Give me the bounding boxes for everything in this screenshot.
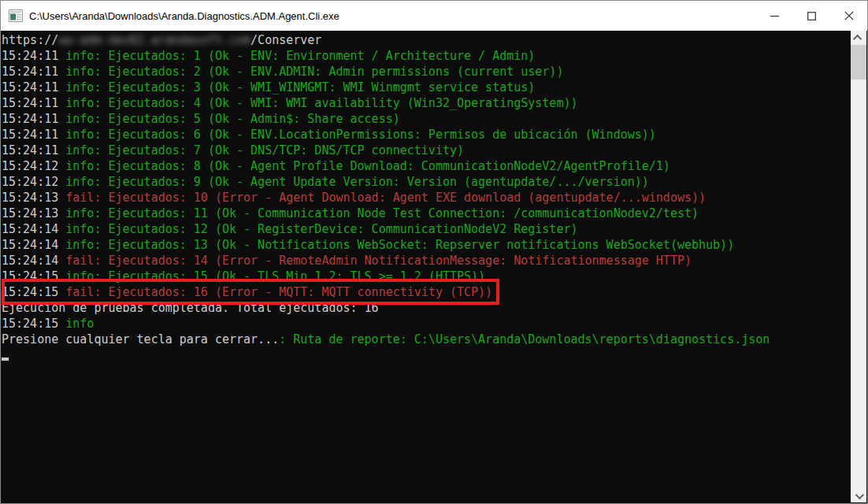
chevron-down-icon xyxy=(855,490,864,498)
chevron-up-icon xyxy=(853,34,862,43)
console-text-segment: info: Ejecutados: 12 (Ok - RegisterDevic… xyxy=(65,222,577,236)
console-text-segment: /Conserver xyxy=(250,33,321,47)
console-text-segment: 15:24:15 xyxy=(2,285,65,299)
maximize-button[interactable] xyxy=(793,1,830,31)
console-line: 15:24:12 info: Ejecutados: 8 (Ok - Agent… xyxy=(2,158,850,174)
console-text-segment: info: Ejecutados: 11 (Ok - Communication… xyxy=(65,206,699,220)
console-text-segment: https:// xyxy=(2,33,58,47)
console-line: Presione cualquier tecla para cerrar...:… xyxy=(2,332,850,347)
console-text-segment: fail: Ejecutados: 16 (Error - MQTT: MQTT… xyxy=(65,285,492,299)
console-line: 15:24:11 info: Ejecutados: 4 (Ok - WMI: … xyxy=(2,95,850,111)
console-line: 15:24:13 info: Ejecutados: 11 (Ok - Comm… xyxy=(2,206,850,221)
console-window: C:\Users\Aranda\Downloads\Aranda.Diagnos… xyxy=(0,0,868,504)
console-text-segment: Ejecución de pruebas completada. Total e… xyxy=(2,301,379,315)
console-line: 15:24:11 info: Ejecutados: 1 (Ok - ENV: … xyxy=(2,48,850,64)
console-text-segment: 15:24:15 xyxy=(2,269,65,284)
console-text-segment: info: Ejecutados: 5 (Ok - Admin$: Share … xyxy=(65,112,399,126)
console-text-segment: info: Ejecutados: 6 (Ok - ENV.LocationPe… xyxy=(65,128,656,142)
console-text-segment: Presione cualquier tecla para cerrar... xyxy=(2,332,279,346)
console-text-segment: info xyxy=(65,317,94,331)
minimize-button[interactable] xyxy=(756,1,793,31)
console-line: 15:24:13 fail: Ejecutados: 10 (Error - A… xyxy=(2,190,850,206)
console-line: 15:24:11 info: Ejecutados: 6 (Ok - ENV.L… xyxy=(2,127,850,143)
close-button[interactable] xyxy=(830,1,867,31)
scroll-up-arrow[interactable] xyxy=(851,31,866,44)
console-line: 15:24:15 info xyxy=(2,316,850,332)
console-cursor xyxy=(2,358,9,361)
scrollbar-thumb[interactable] xyxy=(851,45,866,80)
scroll-down-arrow[interactable] xyxy=(851,489,866,502)
console-line xyxy=(2,358,850,373)
console-text-segment: 15:24:12 xyxy=(2,175,65,189)
console-line: 15:24:14 info: Ejecutados: 12 (Ok - Regi… xyxy=(2,221,850,237)
console-line: 15:24:11 info: Ejecutados: 7 (Ok - DNS/T… xyxy=(2,143,850,158)
console-text-segment: info: Ejecutados: 8 (Ok - Agent Profile … xyxy=(65,159,670,173)
console-text-segment: info: Ejecutados: 3 (Ok - WMI_WINMGMT: W… xyxy=(65,80,535,94)
minimize-icon xyxy=(770,12,779,20)
console-text-segment: 15:24:11 xyxy=(2,96,65,110)
console-app-icon xyxy=(9,9,23,22)
console-line: 15:24:11 info: Ejecutados: 5 (Ok - Admin… xyxy=(2,111,850,127)
console-line: 15:24:14 fail: Ejecutados: 14 (Error - R… xyxy=(2,253,850,269)
console-text-segment: info: Ejecutados: 4 (Ok - WMI: WMI avail… xyxy=(65,96,577,110)
console-text-segment: 15:24:11 xyxy=(2,128,65,142)
console-text-segment: 15:24:12 xyxy=(2,159,65,173)
console-text-segment: info: Ejecutados: 13 (Ok - Notifications… xyxy=(65,238,734,252)
console-text-segment: 15:24:13 xyxy=(2,191,65,205)
console-line: 15:24:12 info: Ejecutados: 9 (Ok - Agent… xyxy=(2,174,850,190)
console-line: https://ww-adm-dev02.arandasoft.com/Cons… xyxy=(2,32,850,48)
window-title: C:\Users\Aranda\Downloads\Aranda.Diagnos… xyxy=(29,10,756,22)
console-text-segment: 15:24:14 xyxy=(2,238,65,252)
console-line: Ejecución de pruebas completada. Total e… xyxy=(2,300,850,316)
console-text-segment: fail: Ejecutados: 10 (Error - Agent Down… xyxy=(65,191,706,205)
console-text-segment: info: Ejecutados: 1 (Ok - ENV: Environme… xyxy=(65,49,535,63)
console-text-segment: 15:24:11 xyxy=(2,80,65,94)
console-line: 15:24:11 info: Ejecutados: 3 (Ok - WMI_W… xyxy=(2,80,850,95)
maximize-icon xyxy=(807,12,816,20)
console-output: https://ww-adm-dev02.arandasoft.com/Cons… xyxy=(2,31,850,502)
console-line: 15:24:15 fail: Ejecutados: 16 (Error - M… xyxy=(2,284,850,300)
console-text-segment: 15:24:14 xyxy=(2,254,65,268)
console-text-segment: info: Ejecutados: 7 (Ok - DNS/TCP: DNS/T… xyxy=(65,143,464,158)
close-icon xyxy=(844,11,854,20)
console-text-segment: 15:24:11 xyxy=(2,65,65,79)
console-text-segment: ww-adm-dev02.arandasoft.com xyxy=(58,33,250,47)
console-text-segment: 15:24:11 xyxy=(2,112,65,126)
console-text-segment: info: Ejecutados: 2 (Ok - ENV.ADMIN: Adm… xyxy=(65,65,563,79)
window-controls xyxy=(756,1,867,31)
console-line: 15:24:15 info: Ejecutados: 15 (Ok - TLS … xyxy=(2,269,850,284)
console-text-segment: 15:24:11 xyxy=(2,49,65,63)
console-text-segment: 15:24:11 xyxy=(2,143,65,158)
vertical-scrollbar[interactable] xyxy=(851,31,866,502)
console-text-segment: 15:24:13 xyxy=(2,206,65,220)
console-text-segment: info: Ejecutados: 9 (Ok - Agent Update V… xyxy=(65,175,649,189)
console-text-segment: : Ruta de reporte: C:\Users\Aranda\Downl… xyxy=(279,332,770,346)
console-text-segment: 15:24:14 xyxy=(2,222,65,236)
console-text-segment: info: Ejecutados: 15 (Ok - TLS Min 1.2: … xyxy=(65,269,485,284)
title-bar[interactable]: C:\Users\Aranda\Downloads\Aranda.Diagnos… xyxy=(1,1,867,31)
console-text-segment: fail: Ejecutados: 14 (Error - RemoteAdmi… xyxy=(65,254,692,268)
console-line: 15:24:14 info: Ejecutados: 13 (Ok - Noti… xyxy=(2,237,850,253)
console-text-segment: 15:24:15 xyxy=(2,317,65,331)
console-line: 15:24:11 info: Ejecutados: 2 (Ok - ENV.A… xyxy=(2,64,850,80)
